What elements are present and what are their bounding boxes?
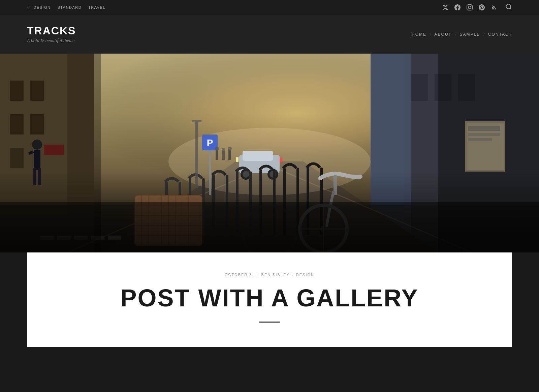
search-icon[interactable] xyxy=(505,3,512,12)
instagram-icon[interactable] xyxy=(466,4,473,11)
post-category[interactable]: DESIGN xyxy=(296,273,314,277)
post-card: OCTOBER 31 / BEN SIBLEY / DESIGN POST WI… xyxy=(27,252,512,347)
svg-rect-13 xyxy=(411,74,428,101)
svg-point-83 xyxy=(215,147,219,151)
svg-point-87 xyxy=(228,147,232,151)
meta-sep-1: / xyxy=(257,273,258,277)
svg-rect-86 xyxy=(228,150,231,160)
post-divider xyxy=(259,322,280,323)
svg-rect-93 xyxy=(0,172,539,252)
svg-rect-38 xyxy=(280,157,282,162)
svg-point-85 xyxy=(222,148,225,151)
svg-point-0 xyxy=(506,4,511,8)
nav-sep-1: / xyxy=(430,32,431,37)
slash-decor: // xyxy=(27,5,29,10)
svg-rect-89 xyxy=(192,120,201,122)
nav-sep-3: / xyxy=(483,32,485,37)
hero-image: P xyxy=(0,54,539,252)
top-nav-item-standard[interactable]: STANDARD xyxy=(57,5,82,9)
svg-rect-39 xyxy=(236,157,239,162)
svg-rect-33 xyxy=(243,151,273,161)
facebook-icon[interactable] xyxy=(454,4,461,11)
site-tagline: A bold & beautiful theme xyxy=(27,38,76,43)
nav-about[interactable]: ABOUT xyxy=(435,32,452,37)
site-branding: TRACKS A bold & beautiful theme xyxy=(27,25,76,43)
nav-contact[interactable]: CONTACT xyxy=(488,32,512,37)
top-nav-item-design[interactable]: DESIGN xyxy=(33,5,51,9)
main-nav: HOME / ABOUT / SAMPLE / CONTACT xyxy=(412,32,512,37)
post-date: OCTOBER 31 xyxy=(225,273,255,277)
top-bar-left: // DESIGN STANDARD TRAVEL xyxy=(27,5,105,10)
svg-rect-84 xyxy=(222,151,225,160)
top-bar-right xyxy=(442,3,512,12)
nav-sample[interactable]: SAMPLE xyxy=(460,32,480,37)
post-title[interactable]: POST WITH A GALLERY xyxy=(121,285,419,311)
top-nav-item-travel[interactable]: TRAVEL xyxy=(88,5,105,9)
top-bar: // DESIGN STANDARD TRAVEL xyxy=(0,0,539,15)
pinterest-icon[interactable] xyxy=(478,4,485,11)
post-meta: OCTOBER 31 / BEN SIBLEY / DESIGN xyxy=(225,273,314,277)
nav-sep-2: / xyxy=(455,32,456,37)
svg-rect-82 xyxy=(216,150,218,160)
nav-home[interactable]: HOME xyxy=(412,32,426,37)
meta-sep-2: / xyxy=(292,273,293,277)
site-header: TRACKS A bold & beautiful theme HOME / A… xyxy=(0,15,539,54)
post-author: BEN SIBLEY xyxy=(261,273,290,277)
rss-icon[interactable] xyxy=(490,4,497,11)
twitter-icon[interactable] xyxy=(442,4,449,11)
svg-text:P: P xyxy=(207,138,213,148)
top-nav: DESIGN STANDARD TRAVEL xyxy=(33,5,105,9)
site-title[interactable]: TRACKS xyxy=(27,25,76,37)
